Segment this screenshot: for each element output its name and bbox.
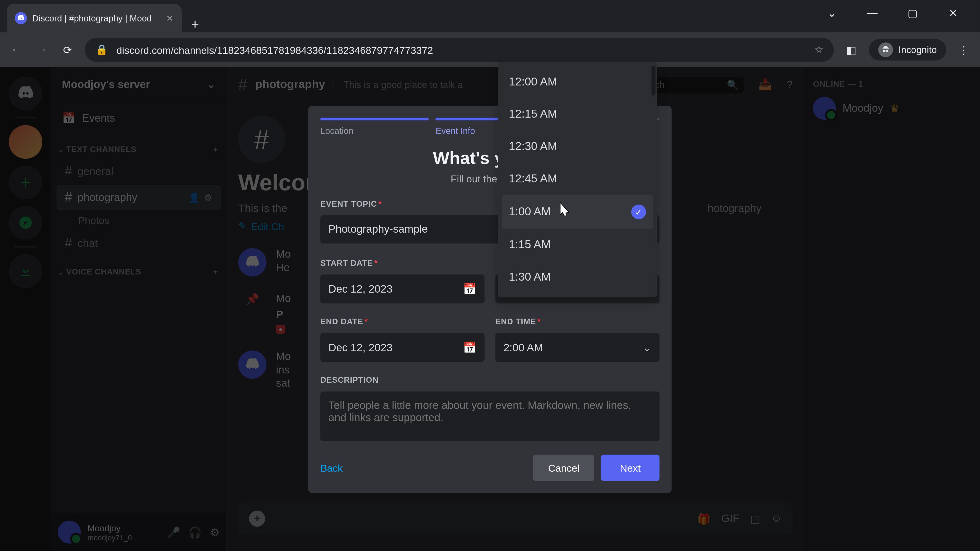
cancel-button[interactable]: Cancel bbox=[533, 455, 594, 481]
maximize-icon[interactable]: ▢ bbox=[899, 6, 926, 19]
time-option[interactable]: 12:15 AM✓ bbox=[498, 98, 657, 130]
browser-tab[interactable]: Discord | #photography | Mood ✕ bbox=[6, 4, 182, 32]
browser-menu-icon[interactable]: ⋮ bbox=[956, 41, 972, 58]
extensions-icon[interactable]: ◧ bbox=[843, 41, 859, 58]
close-window-icon[interactable]: ✕ bbox=[939, 6, 966, 19]
tabs-dropdown-icon[interactable]: ⌄ bbox=[818, 6, 845, 19]
browser-chrome: Discord | #photography | Mood ✕ + ⌄ — ▢ … bbox=[0, 0, 980, 67]
end-date-value: Dec 12, 2023 bbox=[328, 341, 393, 354]
time-option[interactable]: 12:00 AM✓ bbox=[498, 66, 657, 98]
tab-title: Discord | #photography | Mood bbox=[32, 13, 152, 23]
dropdown-scrollbar[interactable] bbox=[652, 66, 655, 95]
modal-footer: Back Cancel Next bbox=[308, 444, 672, 481]
time-option[interactable]: 1:00 AM✓ bbox=[502, 195, 653, 229]
start-date-value: Dec 12, 2023 bbox=[328, 283, 393, 295]
nav-back-icon[interactable]: ← bbox=[8, 41, 24, 58]
start-time-dropdown[interactable]: 12:00 AM✓12:15 AM✓12:30 AM✓12:45 AM✓1:00… bbox=[498, 62, 657, 297]
end-time-value: 2:00 AM bbox=[503, 341, 543, 354]
calendar-icon: 📅 bbox=[463, 341, 476, 354]
time-option[interactable]: 12:45 AM✓ bbox=[498, 163, 657, 195]
nav-reload-icon[interactable]: ⟳ bbox=[59, 41, 75, 58]
time-option[interactable]: 12:30 AM✓ bbox=[498, 130, 657, 163]
end-date-label: End Date* bbox=[320, 317, 484, 326]
incognito-icon bbox=[878, 42, 893, 57]
minimize-icon[interactable]: — bbox=[859, 6, 886, 19]
address-bar[interactable]: 🔒 discord.com/channels/11823468517819843… bbox=[85, 38, 834, 62]
lock-icon: 🔒 bbox=[95, 44, 108, 56]
start-date-label: Start Date* bbox=[320, 259, 484, 268]
time-option[interactable]: 1:30 AM✓ bbox=[498, 261, 657, 293]
start-date-input[interactable]: Dec 12, 2023 📅 bbox=[320, 275, 484, 303]
end-date-input[interactable]: Dec 12, 2023 📅 bbox=[320, 333, 484, 362]
incognito-badge[interactable]: Incognito bbox=[869, 39, 946, 60]
back-button[interactable]: Back bbox=[320, 462, 343, 474]
time-option-label: 12:30 AM bbox=[509, 140, 557, 153]
discord-app: + Moodjoy's server ⌄ 📅 Events ⌄TEXT CHAN… bbox=[0, 67, 980, 551]
url-text: discord.com/channels/1182346851781984336… bbox=[116, 44, 433, 56]
time-option-label: 1:00 AM bbox=[509, 205, 551, 219]
discord-favicon-icon bbox=[15, 12, 27, 24]
tab-close-icon[interactable]: ✕ bbox=[166, 13, 173, 23]
check-icon: ✓ bbox=[632, 205, 646, 219]
time-option-label: 12:00 AM bbox=[509, 75, 557, 89]
window-controls: ⌄ — ▢ ✕ bbox=[805, 0, 980, 26]
nav-bar: ← → ⟳ 🔒 discord.com/channels/11823468517… bbox=[0, 32, 980, 67]
end-time-label: End Time* bbox=[495, 317, 659, 326]
time-option[interactable]: 1:15 AM✓ bbox=[498, 229, 657, 261]
description-label: Description bbox=[320, 375, 659, 385]
tab-bar: Discord | #photography | Mood ✕ + ⌄ — ▢ … bbox=[0, 0, 980, 32]
description-textarea[interactable] bbox=[320, 392, 659, 441]
new-tab-button[interactable]: + bbox=[182, 17, 208, 32]
progress-seg bbox=[320, 118, 429, 121]
next-button[interactable]: Next bbox=[601, 455, 659, 481]
step-location-label: Location bbox=[320, 126, 429, 136]
incognito-label: Incognito bbox=[899, 44, 937, 55]
time-option-label: 12:15 AM bbox=[509, 108, 557, 121]
time-option-label: 12:45 AM bbox=[509, 172, 557, 186]
chevron-down-icon: ⌄ bbox=[643, 341, 651, 354]
end-time-select[interactable]: 2:00 AM ⌄ bbox=[495, 333, 659, 362]
nav-forward-icon[interactable]: → bbox=[34, 41, 50, 58]
bookmark-star-icon[interactable]: ☆ bbox=[815, 44, 823, 56]
time-option-label: 1:15 AM bbox=[509, 238, 551, 251]
calendar-icon: 📅 bbox=[463, 283, 476, 295]
time-option-label: 1:30 AM bbox=[509, 270, 551, 284]
